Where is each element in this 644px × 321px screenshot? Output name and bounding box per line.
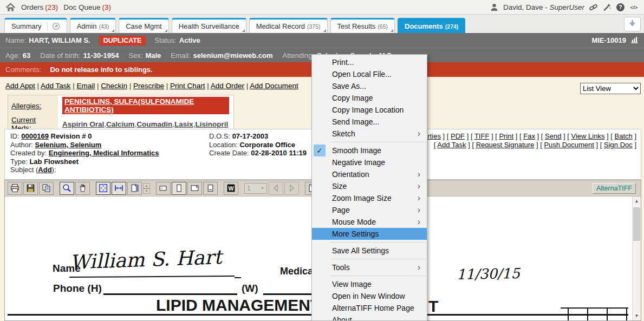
action-link-checkin[interactable]: Checkin	[101, 82, 127, 90]
action-link-prescribe[interactable]: Prescribe	[133, 82, 164, 90]
home-icon[interactable]	[5, 2, 16, 12]
orders-label[interactable]: Orders	[21, 3, 43, 11]
tab-admin[interactable]: Admin(43)	[70, 18, 116, 33]
page-portrait-icon[interactable]	[172, 182, 186, 195]
action-link-email[interactable]: Email	[76, 82, 95, 90]
fit-window-icon[interactable]	[96, 182, 110, 195]
doc-action-link-add-task[interactable]: Add Task	[437, 141, 466, 149]
doc-action: [ Print ]	[495, 132, 517, 140]
menu-item-send-image[interactable]: Send Image...	[312, 116, 427, 128]
doc-action-link-sign-doc[interactable]: Sign Doc	[604, 141, 633, 149]
doc-queue-link[interactable]: Doc Queue(3)	[63, 3, 111, 11]
menu-item-size[interactable]: Size›	[312, 180, 427, 192]
menu-item-mouse-mode[interactable]: Mouse Mode›	[312, 216, 427, 228]
action-link-add-order[interactable]: Add Order	[211, 82, 244, 90]
menu-item-orientation[interactable]: Orientation›	[312, 168, 427, 180]
doc-action-link-push-document[interactable]: Push Document	[544, 141, 594, 149]
menu-item-zoom-image-size[interactable]: Zoom Image Size›	[312, 192, 427, 204]
zoom-icon[interactable]	[60, 182, 74, 195]
orders-count: (23)	[45, 3, 58, 11]
menu-item-alternatiff-home-page[interactable]: AlternaTIFF Home Page	[312, 302, 427, 314]
bw-icon[interactable]: W	[224, 182, 238, 195]
duplicate-badge[interactable]: DUPLICATE	[99, 36, 146, 45]
med-link-lisinopril[interactable]: Lisinopril	[195, 120, 228, 128]
doc-action-link-batch[interactable]: Batch	[615, 132, 633, 140]
doc-author-link[interactable]: Selenium, Selenium	[35, 141, 102, 149]
tab-summary[interactable]: Summary	[4, 18, 67, 33]
menu-item-page[interactable]: Page›	[312, 204, 427, 216]
med-link-lasix[interactable]: Lasix	[174, 120, 193, 128]
allergies-label[interactable]: Allergies:	[11, 102, 42, 110]
subject-add-link[interactable]: Add	[38, 166, 51, 174]
doc-action-link-tiff[interactable]: TIFF	[474, 132, 489, 140]
menu-item-tools[interactable]: Tools›	[312, 261, 427, 273]
menu-item-print[interactable]: Print...	[312, 56, 427, 68]
tab-test-results[interactable]: Test Results(65)	[330, 18, 395, 33]
page-landscape-icon[interactable]	[156, 182, 171, 195]
doc-queue-label[interactable]: Doc Queue	[63, 3, 100, 11]
link-icon[interactable]	[589, 3, 598, 12]
vertical-scrollbar[interactable]: ▲ ▼	[632, 196, 641, 320]
menu-item-save-all-settings[interactable]: Save All Settings	[312, 245, 427, 257]
doc-action-link-pdf[interactable]: PDF	[451, 132, 465, 140]
page-number-box[interactable]: 1▼	[244, 183, 267, 194]
download-chart-button[interactable]	[624, 17, 641, 31]
doc-action-link-request-signature[interactable]: Request Signature	[476, 141, 535, 149]
action-separator: |	[70, 82, 76, 90]
doc-actions-row2: [ Add Task ] [ Request Signature ] [ Pus…	[405, 141, 636, 149]
view-select[interactable]: List View	[580, 83, 641, 94]
doc-action-link-print[interactable]: Print	[499, 132, 513, 140]
alternatiff-brand-button[interactable]: AlternaTIFF	[593, 183, 636, 194]
fit-page-icon[interactable]	[127, 182, 142, 195]
allergy-value-link[interactable]: PENICILLINS, SULFA(SULFONAMIDE ANTIBIOTI…	[62, 97, 229, 114]
save-icon[interactable]	[23, 182, 38, 195]
fit-width-icon[interactable]	[112, 182, 126, 195]
menu-item-about[interactable]: About	[312, 314, 427, 321]
menu-item-view-image[interactable]: View Image	[312, 278, 427, 290]
scroll-up-button[interactable]: ▲	[633, 196, 641, 206]
menu-item-label: Send Image...	[332, 117, 379, 126]
orders-link[interactable]: Orders(23)	[21, 3, 58, 11]
scroll-down-button[interactable]: ▼	[633, 311, 641, 320]
menu-item-negative-image[interactable]: Negative Image	[312, 156, 427, 168]
doc-action-link-view-links[interactable]: View Links	[571, 132, 605, 140]
med-link-calcium[interactable]: Calcium	[106, 120, 135, 128]
doc-action-link-send[interactable]: Send	[545, 132, 561, 140]
page-spinner[interactable]: ▲▼	[143, 183, 150, 194]
menu-item-copy-image-location[interactable]: Copy Image Location	[312, 104, 427, 116]
copy-icon[interactable]	[39, 182, 54, 195]
wand-icon[interactable]	[602, 3, 612, 12]
menu-item-smooth-image[interactable]: ✓Smooth Image	[312, 145, 427, 156]
print-icon[interactable]	[8, 182, 22, 195]
doc-id-link[interactable]: 0000169	[21, 132, 49, 140]
med-link-aspirin-oral[interactable]: Aspirin Oral	[62, 120, 104, 128]
tab-documents[interactable]: Documents(274)	[398, 18, 465, 33]
menu-item-more-settings[interactable]: More Settings	[312, 228, 427, 240]
menu-item-save-as[interactable]: Save As...	[312, 80, 427, 92]
tab-health-surveillance[interactable]: Health Surveillance	[172, 18, 246, 33]
doc-createdby-link[interactable]: Engineering, Medical Informatics	[49, 149, 159, 157]
menu-item-open-in-new-window[interactable]: Open in New Window	[312, 290, 427, 302]
summary-popout-icon[interactable]	[47, 22, 60, 30]
page-note-icon[interactable]	[203, 182, 218, 195]
action-link-print-chart[interactable]: Print Chart	[170, 82, 205, 90]
code-icon[interactable]: </>	[629, 3, 639, 12]
page-wide-icon[interactable]	[187, 182, 202, 195]
context-menu: Print...Open Local File...Save As...Copy…	[311, 54, 427, 321]
action-link-add-document[interactable]: Add Document	[250, 82, 298, 90]
menu-item-copy-image[interactable]: Copy Image	[312, 92, 427, 104]
next-page-icon[interactable]	[284, 182, 299, 195]
pan-icon[interactable]	[75, 182, 90, 195]
scrollbar-thumb[interactable]	[633, 207, 640, 241]
action-link-add-task[interactable]: Add Task	[41, 82, 70, 90]
doc-action-link-fax[interactable]: Fax	[523, 132, 535, 140]
menu-item-open-local-file[interactable]: Open Local File...	[312, 68, 427, 80]
help-icon[interactable]: ?	[616, 3, 625, 12]
menu-item-sketch[interactable]: Sketch›	[312, 128, 427, 140]
tab-medical-record[interactable]: Medical Record(375)	[249, 18, 328, 33]
prev-page-icon[interactable]	[269, 182, 283, 195]
med-link-coumadin[interactable]: Coumadin	[136, 120, 172, 128]
chart-icon[interactable]	[630, 36, 639, 45]
action-link-add-appt[interactable]: Add Appt	[5, 82, 35, 90]
tab-case-mgmt[interactable]: Case Mgmt	[119, 18, 168, 33]
